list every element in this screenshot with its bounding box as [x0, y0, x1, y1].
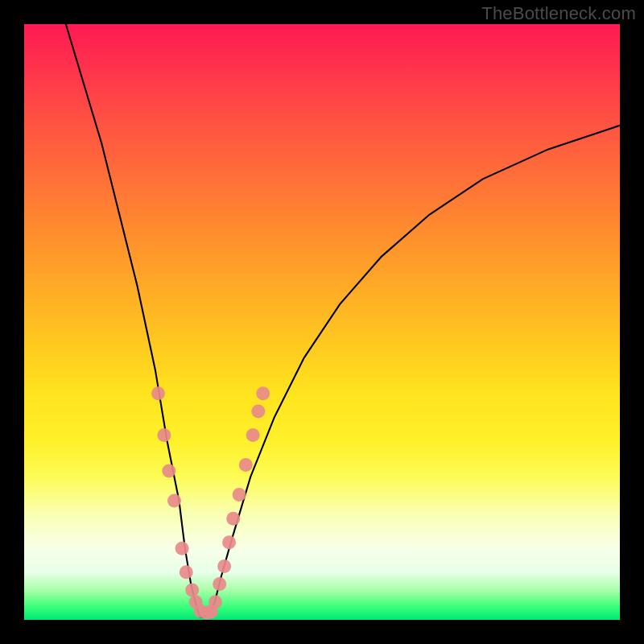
plot-area: [24, 24, 620, 620]
data-point: [239, 458, 253, 472]
chart-frame: TheBottleneck.com: [0, 0, 644, 644]
data-point: [157, 428, 171, 442]
data-point: [151, 386, 165, 400]
data-point: [226, 512, 240, 526]
data-point: [208, 595, 222, 609]
data-point: [246, 428, 260, 442]
data-point: [162, 464, 175, 478]
data-point: [233, 488, 246, 502]
data-point: [217, 559, 231, 573]
data-point: [256, 386, 270, 400]
data-point: [213, 577, 226, 591]
data-point: [167, 494, 181, 508]
curve-layer: [24, 24, 620, 620]
bottleneck-curve: [66, 24, 620, 617]
data-point: [251, 405, 265, 419]
data-point: [222, 535, 236, 549]
data-point-markers: [151, 386, 270, 619]
data-point: [175, 542, 189, 555]
data-point: [180, 565, 193, 579]
data-point: [185, 584, 199, 597]
attribution-label: TheBottleneck.com: [481, 3, 636, 24]
